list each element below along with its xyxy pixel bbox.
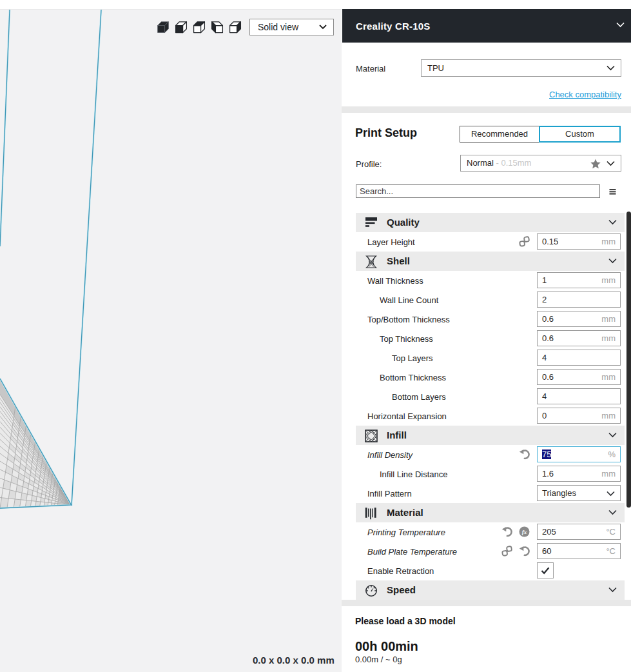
svg-text:fx: fx [522,529,527,535]
